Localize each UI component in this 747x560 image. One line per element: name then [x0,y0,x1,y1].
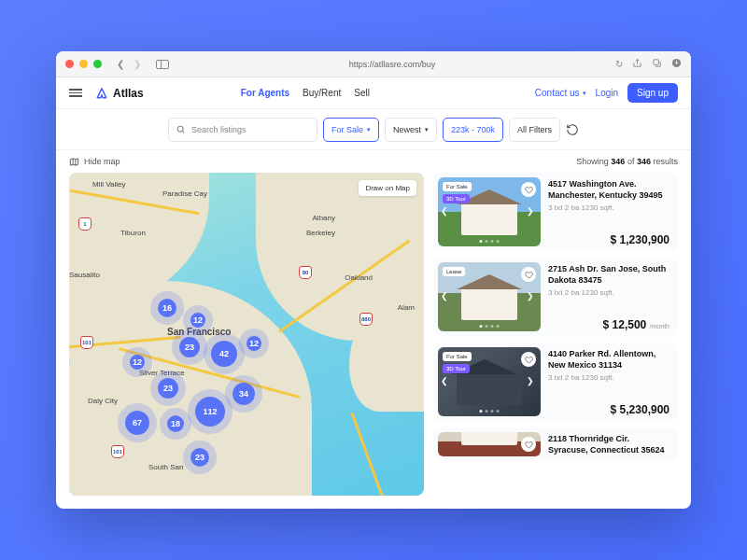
search-input[interactable]: Search listings [168,118,317,142]
map-label: Mill Valley [92,180,125,189]
map-cluster[interactable]: 12 [247,336,261,351]
favorite-button[interactable] [521,437,536,452]
titlebar: ❮ ❯ https://atllasre.com/buy ↻ [56,51,691,77]
nav-sell[interactable]: Sell [354,88,370,98]
tour-badge: 3D Tour [443,194,470,203]
forward-icon[interactable]: ❯ [134,59,141,69]
svg-point-2 [177,126,183,132]
listing-meta: 3 bd 2 ba 1230 sqft. [548,203,669,212]
filter-all[interactable]: All Filters [509,118,560,142]
next-image-icon[interactable]: ❯ [527,376,538,387]
listing-address: 2715 Ash Dr. San Jose, South Dakota 8347… [548,264,669,286]
results-count: Showing 346 of 346 results [576,157,678,166]
listing-image[interactable] [438,432,541,456]
nav-buy-rent[interactable]: Buy/Rent [303,88,341,98]
map-cluster[interactable]: 12 [190,313,205,328]
filter-for-sale[interactable]: For Sale▾ [323,118,379,142]
favorite-button[interactable] [521,352,536,367]
filter-bar: Search listings For Sale▾ Newest▾ 223k -… [56,109,691,150]
draw-on-map-button[interactable]: Draw on Map [359,180,416,196]
main-nav: For Agents Buy/Rent Sell [241,88,370,98]
listing-address: 2118 Thornridge Cir. Syracuse, Connectic… [548,434,669,455]
image-dots [480,325,500,328]
map-cluster[interactable]: 23 [190,448,209,467]
listing-price: $ 5,230,900 [548,403,669,416]
listing-card[interactable]: For Sale3D Tour ❮ ❯ 4140 Parker Rd. Alle… [433,343,678,421]
map-cluster[interactable]: 16 [158,299,176,317]
reload-icon[interactable]: ↻ [615,59,623,69]
listing-card[interactable]: 2118 Thornridge Cir. Syracuse, Connectic… [433,427,678,461]
listing-image[interactable]: For Sale3D Tour ❮ ❯ [438,177,541,246]
filter-newest[interactable]: Newest▾ [385,118,437,142]
status-badge: For Sale [443,182,472,191]
highway-shield-icon: 1 [78,217,92,231]
next-image-icon[interactable]: ❯ [527,291,538,302]
prev-image-icon[interactable]: ❮ [441,291,452,302]
listing-body: 4140 Parker Rd. Allentown, New Mexico 31… [548,347,673,416]
search-icon [176,125,186,134]
share-icon[interactable] [632,58,642,70]
prev-image-icon[interactable]: ❮ [441,206,452,217]
brand-name: Atllas [113,87,144,100]
app-header: Atllas For Agents Buy/Rent Sell Contact … [56,77,691,109]
map-cluster[interactable]: 34 [233,383,255,405]
reset-filters-icon[interactable] [566,123,579,136]
listing-meta: 3 bd 2 ba 1230 sqft. [548,373,669,382]
map-cluster[interactable]: 12 [130,355,145,370]
back-icon[interactable]: ❮ [117,59,124,69]
tour-badge: 3D Tour [443,364,470,373]
listing-card[interactable]: Lease ❮ ❯ 2715 Ash Dr. San Jose, South D… [433,258,678,336]
map-cluster[interactable]: 42 [211,341,237,367]
highway-shield-icon: 101 [80,336,93,349]
map-label: San Francisco [167,327,231,337]
status-badge: Lease [443,267,465,276]
map-cluster[interactable]: 112 [195,397,225,427]
favorite-button[interactable] [521,182,536,197]
hide-map-button[interactable]: Hide map [69,157,120,167]
map-label: Silver Terrace [139,369,185,377]
listings-pane[interactable]: For Sale3D Tour ❮ ❯ 4517 Washington Ave.… [433,173,678,496]
tabs-icon[interactable] [652,58,662,70]
logo-icon [95,87,108,100]
map-label: Paradise Cay [162,189,207,198]
map-label: South San [148,463,183,471]
prev-image-icon[interactable]: ❮ [441,376,452,387]
highway-shield-icon: 80 [299,266,312,279]
highway-shield-icon: 101 [111,445,124,458]
map-cluster[interactable]: 67 [125,411,149,435]
sidebar-toggle-icon[interactable] [156,60,169,69]
map-label: Daly City [88,397,118,405]
image-dots [480,240,500,243]
nav-for-agents[interactable]: For Agents [241,88,289,98]
next-image-icon[interactable]: ❯ [527,206,538,217]
listing-body: 2715 Ash Dr. San Jose, South Dakota 8347… [548,262,673,331]
minimize-window-icon[interactable] [79,60,88,68]
map-cluster[interactable]: 23 [179,337,200,357]
filter-price[interactable]: 223k - 700k [443,118,503,142]
map-cluster[interactable]: 23 [158,378,178,399]
map[interactable]: Paradise Cay Mill Valley Albany Berkeley… [69,173,424,496]
chevron-down-icon: ▾ [583,90,586,97]
url-bar[interactable]: https://atllasre.com/buy [175,60,610,69]
contact-link[interactable]: Contact us▾ [535,88,586,98]
map-cluster[interactable]: 18 [167,415,184,432]
listing-image[interactable]: Lease ❮ ❯ [438,262,541,331]
close-window-icon[interactable] [65,60,74,68]
listing-address: 4140 Parker Rd. Allentown, New Mexico 31… [548,349,669,371]
map-label: Albany [313,214,335,222]
login-link[interactable]: Login [596,88,618,98]
signup-button[interactable]: Sign up [627,83,678,103]
highway-shield-icon: 880 [359,313,373,326]
brand-logo[interactable]: Atllas [95,87,144,100]
listing-body: 2118 Thornridge Cir. Syracuse, Connectic… [548,432,673,456]
content: Paradise Cay Mill Valley Albany Berkeley… [56,173,691,509]
map-label: Oakland [345,273,373,282]
listing-card[interactable]: For Sale3D Tour ❮ ❯ 4517 Washington Ave.… [433,173,678,251]
downloads-icon[interactable] [671,58,682,70]
map-icon [69,157,79,167]
maximize-window-icon[interactable] [93,60,102,68]
listing-price: $ 12,500 /month [548,318,669,331]
favorite-button[interactable] [521,267,536,282]
listing-image[interactable]: For Sale3D Tour ❮ ❯ [438,347,541,416]
menu-icon[interactable] [69,89,82,97]
